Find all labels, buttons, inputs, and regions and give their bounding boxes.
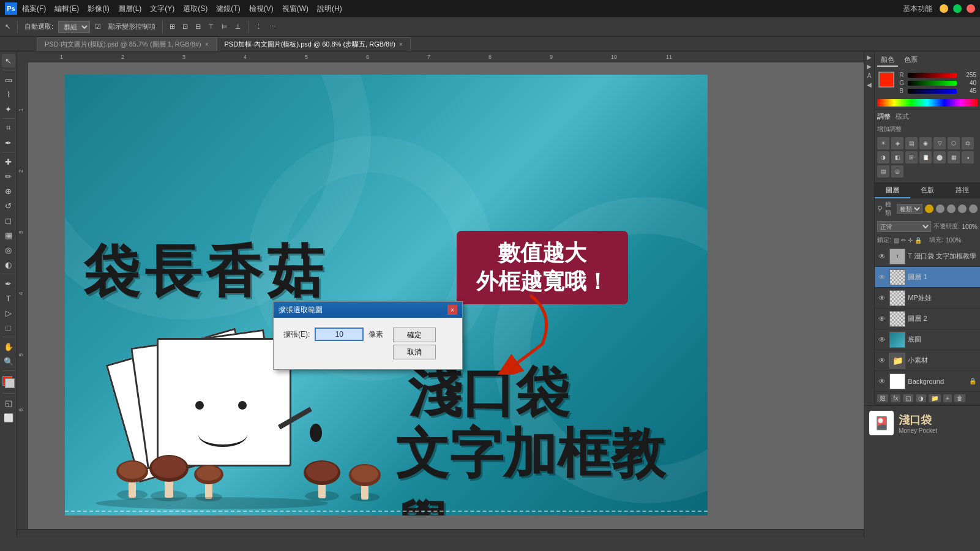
menu-window[interactable]: 視窗(W) [282, 4, 309, 14]
adj-black-white[interactable]: ◑ [877, 151, 889, 163]
adj-channel-mixer[interactable]: ⊞ [905, 151, 918, 163]
adj-color-lookup[interactable]: 📋 [919, 151, 932, 163]
layer-item-mp[interactable]: 👁 MP娃娃 [875, 288, 980, 309]
color-tab-color[interactable]: 顏色 [877, 54, 898, 67]
distribute-icon1[interactable]: ⋮ [253, 21, 264, 32]
filter-dot-shape[interactable] [958, 204, 967, 213]
align-icon1[interactable]: ⊤ [206, 21, 217, 32]
healing-tool[interactable]: ✚ [2, 155, 15, 168]
layer-link-button[interactable]: ⛓ [877, 394, 888, 402]
cancel-button[interactable]: 取消 [393, 345, 436, 359]
layer-new-button[interactable]: + [943, 394, 952, 402]
layer-eye-group[interactable]: 👁 [878, 356, 887, 365]
quick-mask-tool[interactable]: ◱ [2, 396, 15, 410]
menu-select[interactable]: 選取(S) [183, 4, 208, 14]
menu-type[interactable]: 文字(Y) [150, 4, 174, 14]
gradient-tool[interactable]: ▦ [2, 228, 15, 242]
auto-select-dropdown[interactable]: 群組圖層 [58, 21, 90, 33]
type-tool[interactable]: T [2, 291, 15, 305]
layer-group-button[interactable]: 📁 [929, 394, 941, 402]
zoom-tool[interactable]: 🔍 [2, 354, 15, 368]
menu-bar[interactable]: 檔案(F) 編輯(E) 影像(I) 圖層(L) 文字(Y) 選取(S) 濾鏡(T… [22, 4, 342, 14]
filter-type-select[interactable]: 種類 [897, 204, 922, 214]
layer-delete-button[interactable]: 🗑 [954, 394, 965, 402]
tab-2-close[interactable]: × [399, 41, 403, 48]
tab-2[interactable]: PSD加框-內文圖片(模板).psd @ 60.8% (步驟五, RGB/8#)… [217, 37, 411, 51]
magic-wand-tool[interactable]: ✦ [2, 102, 15, 116]
layer-item-background[interactable]: 👁 Background 🔒 [875, 371, 980, 392]
lock-paint-icon[interactable]: ✏ [901, 237, 906, 244]
panel-icon-1[interactable]: ▶ [867, 54, 872, 61]
distribute-icon2[interactable]: ⋯ [267, 21, 279, 32]
menu-help[interactable]: 說明(H) [317, 4, 342, 14]
close-button[interactable] [967, 4, 975, 13]
marquee-tool[interactable]: ▭ [2, 73, 15, 86]
menu-edit[interactable]: 編輯(E) [54, 4, 79, 14]
adj-color-balance[interactable]: ⚖ [962, 137, 974, 149]
panel-icon-3[interactable]: A [867, 72, 872, 79]
move-tool-options[interactable]: ↖ [2, 21, 13, 32]
path-selection-tool[interactable]: ▷ [2, 306, 15, 320]
filter-dot-smart[interactable] [969, 204, 978, 213]
transform-icon3[interactable]: ⊟ [193, 21, 203, 32]
transform-icon2[interactable]: ⊡ [180, 21, 190, 32]
menu-file[interactable]: 檔案(F) [22, 4, 46, 14]
lock-position-icon[interactable]: ✛ [908, 237, 913, 244]
minimize-button[interactable] [940, 4, 948, 13]
adj-gradient-map[interactable]: ▤ [877, 165, 889, 178]
eraser-tool[interactable]: ◻ [2, 214, 15, 227]
crop-tool[interactable]: ⌗ [2, 121, 15, 135]
expand-value-input[interactable] [315, 328, 364, 341]
adj-photo-filter[interactable]: ◧ [891, 151, 903, 163]
adj-posterize[interactable]: ▦ [948, 151, 960, 163]
lock-transparent-icon[interactable]: ▨ [894, 237, 899, 244]
eyedropper-tool[interactable]: ✒ [2, 136, 15, 149]
tab-layers[interactable]: 圖層 [875, 183, 910, 198]
layer-mask-button[interactable]: ◱ [903, 394, 913, 402]
blur-tool[interactable]: ◎ [2, 243, 15, 257]
r-slider[interactable] [908, 73, 957, 78]
dialog-close-button[interactable]: × [447, 305, 457, 315]
color-swatch[interactable] [878, 72, 894, 88]
layer-eye-1[interactable]: 👁 [878, 273, 887, 282]
ok-button[interactable]: 確定 [393, 328, 436, 342]
menu-layer[interactable]: 圖層(L) [118, 4, 142, 14]
g-slider[interactable] [908, 81, 957, 86]
adj-brightness[interactable]: ☀ [877, 137, 889, 149]
show-transform-checkbox[interactable]: ☑ [92, 21, 103, 32]
layer-item-text[interactable]: 👁 T T 淺口袋 文字加框教學 [875, 246, 980, 267]
adj-invert[interactable]: ⬤ [933, 151, 946, 163]
adj-threshold[interactable]: ⬧ [962, 151, 974, 163]
background-color[interactable] [5, 378, 15, 388]
layer-eye-mp[interactable]: 👁 [878, 294, 887, 302]
menu-image[interactable]: 影像(I) [88, 4, 109, 14]
adj-vibrance[interactable]: ▽ [933, 137, 946, 149]
adj-levels[interactable]: ▤ [905, 137, 918, 149]
menu-filter[interactable]: 濾鏡(T) [216, 4, 240, 14]
layer-adjustment-button[interactable]: ◑ [916, 394, 926, 402]
color-tab-swatches[interactable]: 色票 [900, 54, 921, 67]
screen-mode-tool[interactable]: ⬜ [2, 411, 15, 424]
horizontal-scrollbar[interactable] [17, 529, 864, 538]
tab-paths[interactable]: 路徑 [945, 183, 980, 198]
tab-styles[interactable]: 樣式 [896, 112, 909, 121]
layer-eye-2[interactable]: 👁 [878, 315, 887, 323]
shape-tool[interactable]: □ [2, 321, 15, 334]
move-tool[interactable]: ↖ [2, 54, 15, 67]
layer-item-2[interactable]: 👁 圖層 2 [875, 309, 980, 329]
color-swatches[interactable] [2, 376, 15, 388]
adj-hsl[interactable]: ⬡ [948, 137, 960, 149]
panel-icon-4[interactable]: ◀ [867, 81, 872, 88]
lock-all-icon[interactable]: 🔒 [915, 237, 922, 244]
panel-icon-2[interactable]: ▶ [867, 63, 872, 70]
hand-tool[interactable]: ✋ [2, 340, 15, 353]
tab-1[interactable]: PSD-內文圖片(模版).psd @ 85.7% (圖層 1, RGB/8#) … [37, 37, 217, 51]
color-spectrum-bar[interactable] [877, 99, 978, 107]
layer-effect-button[interactable]: fx [891, 394, 900, 402]
dialog-title-bar[interactable]: 擴張選取範圍 × [274, 302, 462, 318]
brush-tool[interactable]: ✏ [2, 170, 15, 183]
dodge-tool[interactable]: ◐ [2, 258, 15, 271]
tab-1-close[interactable]: × [205, 41, 209, 48]
layer-item-1[interactable]: 👁 圖層 1 [875, 267, 980, 288]
layer-eye-background[interactable]: 👁 [878, 377, 887, 386]
